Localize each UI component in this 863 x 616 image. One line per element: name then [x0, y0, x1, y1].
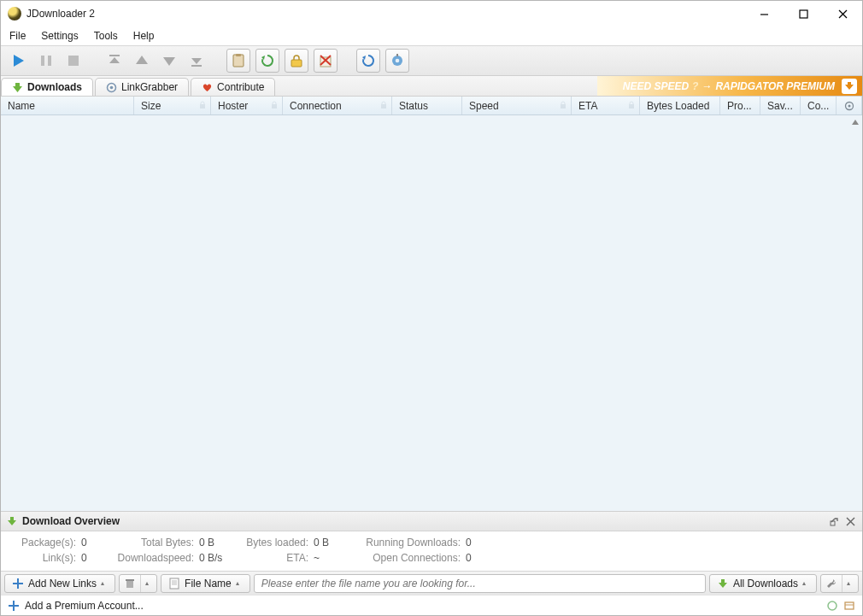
- download-arrow-icon: [6, 515, 18, 527]
- col-status-label: Status: [399, 100, 428, 112]
- minimize-button[interactable]: [744, 1, 784, 26]
- ov-packages-value: 0: [76, 537, 100, 549]
- update-button[interactable]: [385, 49, 409, 73]
- svg-marker-49: [719, 579, 727, 588]
- svg-marker-28: [845, 82, 854, 90]
- overview-panel: Package(s): 0 Total Bytes: 0 B Bytes loa…: [1, 531, 862, 571]
- status-icon-2[interactable]: [843, 600, 855, 612]
- download-arrow-icon: [12, 82, 23, 93]
- stop-button[interactable]: [62, 50, 85, 72]
- move-down-button[interactable]: [158, 50, 180, 72]
- promo-banner[interactable]: NEED SPEED? → RAPIDGATOR PREMIUM: [597, 76, 862, 96]
- pause-button[interactable]: [35, 50, 57, 72]
- svg-rect-14: [233, 55, 244, 67]
- svg-point-35: [848, 104, 850, 107]
- filename-filter-button[interactable]: File Name ▴: [161, 574, 250, 593]
- column-headers: Name Size Hoster Connection Status Speed…: [1, 97, 862, 115]
- col-connection[interactable]: Connection: [283, 97, 392, 114]
- play-button[interactable]: [8, 50, 30, 72]
- settings-menu[interactable]: ▴: [820, 574, 859, 593]
- menu-help[interactable]: Help: [133, 30, 155, 42]
- search-box[interactable]: [254, 574, 706, 593]
- delete-button[interactable]: [314, 49, 338, 73]
- app-window: JDownloader 2 File Settings Tools Help D…: [0, 0, 863, 616]
- ov-eta-label: ETA:: [226, 552, 308, 564]
- tabs-row: Downloads LinkGrabber Contribute NEED SP…: [1, 76, 862, 97]
- dropdown-icon: ▴: [802, 579, 809, 587]
- dropdown-icon: ▴: [236, 579, 243, 587]
- svg-rect-42: [13, 583, 23, 584]
- downloads-grid[interactable]: [1, 115, 862, 512]
- all-downloads-button[interactable]: All Downloads ▴: [709, 574, 817, 593]
- ov-dlspeed-label: Downloadspeed:: [100, 552, 194, 564]
- add-links-button[interactable]: Add New Links ▴: [4, 574, 115, 593]
- lock-icon: [379, 101, 388, 109]
- status-icon-1[interactable]: [826, 600, 838, 612]
- col-speed-label: Speed: [469, 100, 499, 112]
- col-name[interactable]: Name: [1, 97, 134, 114]
- document-icon: [168, 578, 180, 590]
- premium-button[interactable]: [285, 49, 308, 73]
- add-links-label: Add New Links: [28, 578, 97, 590]
- ov-running-value: 0: [461, 537, 484, 549]
- auto-reconnect-button[interactable]: [255, 49, 279, 73]
- col-co-label: Co...: [807, 100, 829, 112]
- svg-rect-29: [200, 104, 205, 109]
- add-premium-link[interactable]: Add a Premium Account...: [25, 600, 144, 612]
- col-settings[interactable]: [837, 97, 862, 114]
- linkgrabber-icon: [106, 82, 117, 93]
- ov-bytesloaded-value: 0 B: [308, 537, 341, 549]
- svg-rect-43: [126, 581, 133, 588]
- window-title: JDownloader 2: [26, 8, 95, 20]
- trash-menu[interactable]: ▴: [119, 574, 157, 593]
- menu-tools[interactable]: Tools: [94, 30, 118, 42]
- promo-text-need: NEED SPEED: [623, 80, 689, 92]
- col-sav[interactable]: Sav...: [760, 97, 801, 114]
- svg-rect-45: [170, 578, 179, 589]
- menu-settings[interactable]: Settings: [41, 30, 78, 42]
- col-connection-label: Connection: [290, 100, 342, 112]
- ov-packages-label: Package(s):: [9, 537, 76, 549]
- col-hoster[interactable]: Hoster: [211, 97, 283, 114]
- svg-rect-51: [9, 605, 19, 607]
- svg-rect-13: [191, 65, 202, 67]
- svg-point-27: [110, 85, 114, 89]
- col-bytes[interactable]: Bytes Loaded: [640, 97, 720, 114]
- ov-links-label: Link(s):: [9, 552, 76, 564]
- filename-filter-label: File Name: [185, 578, 232, 590]
- col-size[interactable]: Size: [134, 97, 211, 114]
- panel-detach-button[interactable]: [828, 514, 842, 528]
- ov-totalbytes-label: Total Bytes:: [100, 537, 194, 549]
- svg-rect-31: [381, 104, 386, 109]
- menu-file[interactable]: File: [9, 30, 26, 42]
- ov-openconn-value: 0: [461, 552, 484, 564]
- gear-icon: [844, 101, 854, 111]
- col-speed[interactable]: Speed: [462, 97, 572, 114]
- tab-contribute[interactable]: Contribute: [191, 78, 275, 96]
- col-bytes-label: Bytes Loaded: [647, 100, 709, 112]
- lock-icon: [270, 101, 279, 109]
- move-top-button[interactable]: [103, 50, 126, 72]
- tab-linkgrabber[interactable]: LinkGrabber: [95, 78, 189, 96]
- scroll-up-icon[interactable]: [850, 117, 860, 127]
- svg-point-52: [828, 601, 837, 610]
- lock-icon: [627, 101, 636, 109]
- col-status[interactable]: Status: [392, 97, 462, 114]
- move-bottom-button[interactable]: [185, 50, 208, 72]
- statusbar: Add a Premium Account...: [1, 595, 862, 615]
- tab-downloads[interactable]: Downloads: [1, 78, 93, 96]
- lock-icon: [559, 101, 567, 109]
- dropdown-icon: ▴: [101, 579, 108, 587]
- col-pro[interactable]: Pro...: [720, 97, 760, 114]
- col-eta[interactable]: ETA: [572, 97, 640, 114]
- search-input[interactable]: [260, 577, 700, 590]
- close-button[interactable]: [823, 1, 862, 26]
- col-co[interactable]: Co...: [801, 97, 837, 114]
- panel-close-button[interactable]: [843, 514, 857, 528]
- svg-marker-37: [8, 517, 16, 525]
- maximize-button[interactable]: [784, 1, 823, 26]
- move-up-button[interactable]: [131, 50, 153, 72]
- clipboard-monitor-button[interactable]: [226, 49, 250, 73]
- reconnect-button[interactable]: [356, 49, 380, 73]
- all-downloads-label: All Downloads: [733, 578, 798, 590]
